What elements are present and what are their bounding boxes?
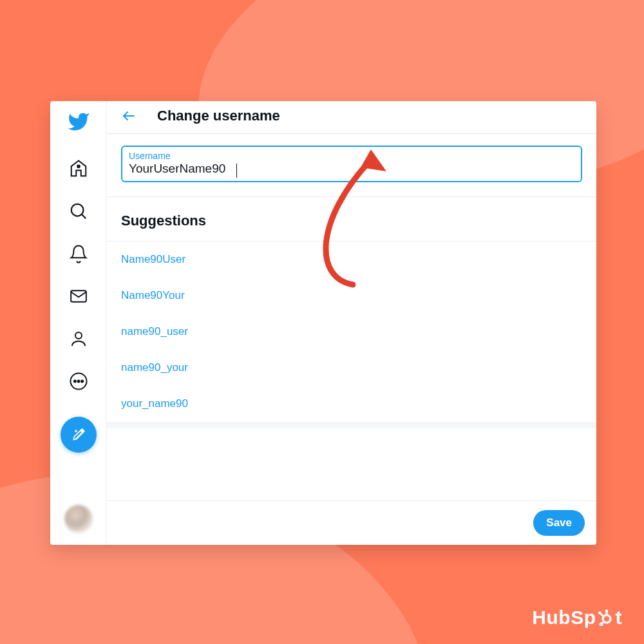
suggestions-section: Suggestions Name90User Name90Your name90… — [107, 197, 596, 428]
profile-icon[interactable] — [69, 329, 88, 348]
hubspot-logo: HubSp t — [532, 607, 622, 629]
sidebar — [50, 101, 107, 545]
notifications-icon[interactable] — [69, 244, 88, 263]
suggestions-heading: Suggestions — [107, 197, 596, 242]
svg-point-8 — [81, 381, 83, 383]
svg-point-4 — [75, 332, 82, 339]
suggestion-item[interactable]: Name90User — [107, 242, 596, 278]
account-avatar[interactable] — [64, 505, 93, 533]
username-field-section: Username — [107, 134, 596, 197]
username-input[interactable] — [129, 162, 574, 176]
main-content: Change username Username Suggestions Nam… — [107, 101, 596, 545]
hubspot-logo-text: t — [616, 607, 623, 629]
more-icon[interactable] — [69, 372, 88, 391]
save-button[interactable]: Save — [533, 510, 585, 536]
search-icon[interactable] — [69, 202, 88, 221]
home-icon[interactable] — [69, 159, 88, 178]
username-field[interactable]: Username — [121, 146, 582, 182]
hubspot-sprocket-icon — [598, 609, 614, 626]
content-header: Change username — [107, 101, 596, 134]
compose-tweet-button[interactable] — [61, 417, 97, 453]
svg-point-6 — [73, 381, 75, 383]
suggestion-item[interactable]: name90_user — [107, 314, 596, 350]
username-field-label: Username — [129, 151, 574, 161]
svg-point-1 — [71, 204, 83, 216]
svg-point-0 — [77, 165, 80, 167]
suggestion-item[interactable]: Name90Your — [107, 278, 596, 314]
footer: Save — [107, 500, 596, 545]
messages-icon[interactable] — [69, 287, 88, 306]
app-card: Change username Username Suggestions Nam… — [50, 101, 596, 545]
svg-point-15 — [598, 611, 601, 614]
svg-point-13 — [605, 609, 607, 612]
suggestion-item[interactable]: your_name90 — [107, 386, 596, 422]
hubspot-logo-text: HubSp — [532, 607, 596, 629]
suggestion-item[interactable]: name90_your — [107, 350, 596, 386]
svg-point-7 — [77, 381, 79, 383]
page-title: Change username — [157, 108, 280, 124]
svg-line-2 — [82, 214, 86, 218]
svg-rect-3 — [71, 290, 86, 302]
text-caret — [236, 164, 237, 178]
twitter-logo-icon[interactable] — [67, 110, 90, 133]
back-button[interactable] — [121, 108, 137, 124]
